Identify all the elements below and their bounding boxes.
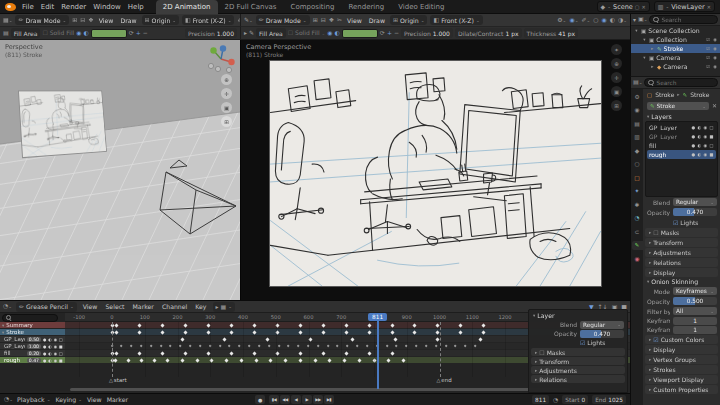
keyframe-diamond[interactable] bbox=[184, 351, 188, 355]
keyframe-diamond[interactable] bbox=[390, 323, 394, 327]
keyframe-diamond[interactable] bbox=[321, 323, 325, 327]
viewlayer-selector[interactable]: ▥⌄ ViewLayer ✕ bbox=[654, 1, 715, 12]
checkbox-checked-icon[interactable]: ☑ bbox=[673, 219, 678, 226]
menu-draw[interactable]: Draw bbox=[118, 17, 138, 24]
keyframe-diamond[interactable] bbox=[367, 351, 371, 355]
scene-selector[interactable]: ◆⌄ Scene ▢✕ bbox=[597, 1, 650, 12]
layer-toggle-icons[interactable]: ● ◐ ◉ ■ bbox=[692, 134, 714, 139]
keyframe-diamond[interactable] bbox=[161, 330, 165, 334]
shading-material-icon[interactable]: ◐ bbox=[610, 15, 615, 25]
disclosure-icon[interactable]: ▾ bbox=[2, 330, 4, 335]
marker-end[interactable]: △end bbox=[437, 377, 452, 383]
visibility-toggles[interactable]: ☑ ◉ bbox=[706, 37, 718, 42]
keyframe-diamond[interactable] bbox=[138, 323, 142, 327]
channel-summary-0[interactable]: ▾Summary bbox=[0, 322, 65, 328]
outliner-row-collection[interactable]: ▾▣Collection☑ ◉ bbox=[631, 35, 720, 44]
properties-tab-modifiers[interactable]: ✦ bbox=[632, 187, 643, 196]
panel-display[interactable]: ▸Display bbox=[645, 268, 718, 277]
keyframe-diamond[interactable] bbox=[265, 337, 269, 341]
solid-fill-toggle[interactable]: ☐ Solid Fill ⌄ bbox=[288, 28, 326, 38]
keyframe-diamond[interactable] bbox=[161, 323, 165, 327]
properties-tab-scene[interactable]: ◆ bbox=[632, 146, 643, 155]
precision-field[interactable]: Precision1.000 bbox=[401, 28, 453, 38]
breadcrumb-data[interactable]: Stroke bbox=[690, 91, 709, 98]
keyframe-diamond[interactable] bbox=[464, 344, 467, 347]
keyframe-diamond[interactable] bbox=[229, 330, 233, 334]
keyframe-diamond[interactable] bbox=[385, 344, 388, 347]
properties-tab-object-data[interactable]: ✎ bbox=[632, 241, 643, 250]
panel-viewport-display[interactable]: ▸Viewport Display bbox=[645, 375, 718, 384]
ortho-toggle-icon[interactable]: ⊞ bbox=[221, 116, 232, 127]
layer-row-fill[interactable]: fill● ◐ ◉ □ bbox=[647, 141, 716, 150]
display-mode-icon[interactable]: ▣⌄ bbox=[638, 14, 647, 25]
keyframe-diamond[interactable] bbox=[444, 344, 447, 347]
menu-edit[interactable]: Edit bbox=[39, 3, 57, 11]
layer-toggle-icons[interactable]: ● ◐ ◉ ■ bbox=[692, 152, 714, 157]
channel-opacity-value[interactable]: 0.20 bbox=[27, 351, 41, 356]
keyframe-diamond[interactable] bbox=[114, 330, 118, 334]
close-icon[interactable]: ✕ bbox=[642, 4, 646, 10]
camera-view-icon[interactable]: ▣ bbox=[611, 86, 622, 97]
keyframe-diamond[interactable] bbox=[169, 344, 172, 347]
keyframe-diamond[interactable] bbox=[395, 344, 398, 347]
fill-area-button[interactable]: Fill Area bbox=[256, 28, 286, 38]
menu-window[interactable]: Window bbox=[91, 3, 123, 11]
jump-next-keyframe-button[interactable]: ▶▶ bbox=[313, 395, 323, 404]
layer-row-gp-layer[interactable]: GP_Layer● ◐ ◉ □ bbox=[647, 123, 716, 132]
keyframe-diamond[interactable] bbox=[229, 351, 233, 355]
remove-icon[interactable]: − bbox=[394, 28, 399, 38]
visibility-toggles[interactable]: ☑ ◉ bbox=[706, 46, 718, 51]
keyframe-diamond[interactable] bbox=[218, 344, 221, 347]
search-input[interactable] bbox=[661, 17, 701, 23]
keyframe-diamond[interactable] bbox=[179, 344, 182, 347]
keyframe-diamond[interactable] bbox=[149, 344, 152, 347]
keyframe-diamond[interactable] bbox=[252, 323, 256, 327]
channel-gp-layer-2[interactable]: GP_Layer0.50● ◐ ◉ □ bbox=[0, 336, 65, 342]
shading-wire-icon[interactable]: ○ bbox=[593, 15, 598, 25]
editor-type-icon[interactable]: ◔⌄ bbox=[3, 301, 12, 312]
add-icon[interactable]: + bbox=[136, 28, 141, 38]
keyframe-diamond[interactable] bbox=[152, 358, 156, 362]
keyframe-diamond[interactable] bbox=[114, 358, 118, 362]
menu-draw[interactable]: Draw bbox=[367, 17, 387, 24]
dopesheet-menu-view[interactable]: View bbox=[81, 303, 100, 310]
onion-skinning-header[interactable]: ▾Onion Skinning bbox=[643, 277, 720, 286]
channel-opacity-value[interactable]: 0.50 bbox=[27, 337, 41, 342]
opacity-slider[interactable]: 0.470 bbox=[580, 330, 624, 338]
keyframe-diamond[interactable] bbox=[459, 330, 463, 334]
keyframe-diamond[interactable] bbox=[223, 337, 227, 341]
keyframe-diamond[interactable] bbox=[166, 358, 170, 362]
brush-chip-icon[interactable]: ✎ bbox=[249, 28, 254, 38]
keyframe-diamond[interactable] bbox=[238, 344, 241, 347]
panel-masks[interactable]: ▸☐Masks bbox=[645, 228, 718, 237]
layer-toggle-icons[interactable]: ● ◐ ◉ □ bbox=[692, 143, 714, 148]
layers-panel-header[interactable]: ▾Layers bbox=[643, 112, 720, 121]
blend-dropdown[interactable]: Regular⌄ bbox=[580, 321, 624, 329]
tool-icon-a[interactable]: ⊞ bbox=[313, 15, 318, 25]
pan-icon[interactable]: ✛ bbox=[611, 72, 622, 83]
keyframe-diamond[interactable] bbox=[434, 344, 437, 347]
jump-prev-keyframe-button[interactable]: ◀◀ bbox=[280, 395, 290, 404]
datablock-field[interactable]: ✎Stroke⌄ bbox=[647, 102, 709, 110]
checkbox-checked-icon[interactable]: ☑ bbox=[653, 336, 658, 343]
keyframe-diamond[interactable] bbox=[336, 344, 339, 347]
keyframe-diamond[interactable] bbox=[161, 351, 165, 355]
play-button[interactable]: ▶ bbox=[302, 395, 312, 404]
keyframe-diamond[interactable] bbox=[367, 323, 371, 327]
keyframe-diamond[interactable] bbox=[346, 344, 349, 347]
keyframe-diamond[interactable] bbox=[321, 330, 325, 334]
properties-tab-object[interactable]: ▢ bbox=[632, 173, 643, 182]
checkbox-icon[interactable]: ☐ bbox=[653, 229, 658, 236]
keyframe-diamond[interactable] bbox=[390, 351, 394, 355]
panel-custom-properties[interactable]: ▸Custom Properties bbox=[645, 385, 718, 394]
keyframe-diamond[interactable] bbox=[138, 351, 142, 355]
overlays-icon[interactable]: ◉⌄ bbox=[569, 15, 578, 26]
keyframe-diamond[interactable] bbox=[390, 330, 394, 334]
panel-onion-display[interactable]: ▸Display bbox=[645, 345, 718, 354]
keyframe-diamond[interactable] bbox=[184, 330, 188, 334]
keyframe-diamond[interactable] bbox=[180, 358, 184, 362]
outliner-search[interactable] bbox=[649, 15, 718, 24]
remove-icon[interactable]: − bbox=[143, 28, 148, 38]
playhead-line[interactable] bbox=[377, 313, 379, 389]
search-input[interactable] bbox=[656, 80, 696, 86]
